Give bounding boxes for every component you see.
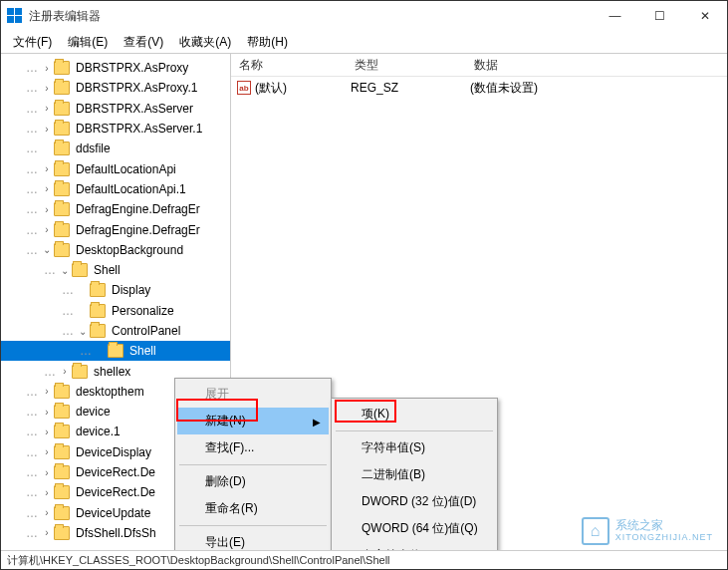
tree-item-label: device.1 [74, 425, 122, 438]
folder-icon [54, 81, 70, 95]
menu-file[interactable]: 文件(F) [5, 31, 60, 54]
menu-favorites[interactable]: 收藏夹(A) [171, 31, 239, 54]
tree-item-label: DeviceUpdate [74, 506, 152, 520]
expand-arrow-icon[interactable]: › [40, 407, 54, 418]
value-type: REG_SZ [351, 81, 470, 95]
menu-item[interactable]: 二进制值(B) [334, 461, 495, 488]
expand-arrow-icon[interactable]: › [40, 103, 54, 114]
expand-arrow-icon[interactable]: › [40, 386, 54, 397]
folder-icon [54, 223, 70, 237]
collapse-arrow-icon[interactable]: ⌄ [40, 244, 54, 255]
tree-item-label: DBRSTPRX.AsProxy [74, 61, 190, 75]
ellipsis-icon: … [80, 344, 91, 358]
ellipsis-icon: … [26, 385, 37, 399]
folder-icon [90, 304, 106, 318]
menu-item[interactable]: 字符串值(S) [334, 434, 495, 461]
close-button[interactable]: ✕ [682, 1, 727, 31]
list-header[interactable]: 名称 类型 数据 [231, 54, 727, 77]
menu-view[interactable]: 查看(V) [116, 31, 171, 54]
tree-item-label: DesktopBackground [74, 243, 185, 257]
expand-arrow-icon[interactable]: › [40, 204, 54, 215]
tree-item[interactable]: …›DBRSTPRX.AsProxy [1, 58, 230, 78]
collapse-arrow-icon[interactable]: ⌄ [58, 265, 72, 276]
value-name: (默认) [255, 80, 351, 97]
tree-item[interactable]: …›DBRSTPRX.AsProxy.1 [1, 78, 230, 98]
ellipsis-icon: … [26, 202, 37, 216]
folder-icon [108, 344, 123, 358]
ellipsis-icon: … [26, 162, 37, 176]
ellipsis-icon: … [26, 526, 37, 540]
menu-item[interactable]: 查找(F)... [177, 434, 329, 461]
value-data: (数值未设置) [470, 80, 538, 97]
ellipsis-icon: … [26, 122, 37, 136]
watermark-icon: ⌂ [582, 517, 609, 545]
expand-arrow-icon[interactable]: › [40, 63, 54, 74]
menu-item[interactable]: 重命名(R) [177, 495, 329, 522]
ellipsis-icon: … [26, 405, 37, 419]
watermark: ⌂ 系统之家 XITONGZHIJIA.NET [582, 517, 713, 545]
expand-arrow-icon[interactable]: › [40, 183, 54, 194]
tree-item[interactable]: …›DefragEngine.DefragEr [1, 219, 230, 239]
folder-icon [72, 365, 88, 379]
expand-arrow-icon[interactable]: › [40, 83, 54, 94]
app-icon [7, 8, 23, 24]
expand-arrow-icon[interactable]: › [40, 427, 54, 437]
tree-item-label: DfsShell.DfsSh [74, 526, 158, 540]
tree-item-label: DefaultLocationApi.1 [74, 182, 188, 196]
tree-item[interactable]: …›DBRSTPRX.AsServer.1 [1, 119, 230, 139]
tree-item-label: DeviceRect.De [74, 465, 157, 479]
tree-item[interactable]: …⌄ControlPanel [1, 321, 230, 341]
ellipsis-icon: … [26, 506, 37, 520]
expand-arrow-icon[interactable]: › [40, 467, 54, 478]
expand-arrow-icon[interactable]: › [40, 446, 54, 457]
folder-icon [72, 263, 88, 277]
ellipsis-icon: … [26, 102, 37, 116]
menu-item[interactable]: 新建(N)▶ [177, 408, 329, 434]
menu-item[interactable]: DWORD (32 位)值(D) [334, 488, 495, 515]
ellipsis-icon: … [26, 81, 37, 95]
tree-item[interactable]: …Personalize [1, 301, 230, 321]
folder-icon [54, 425, 70, 438]
context-menu[interactable]: 展开新建(N)▶查找(F)...删除(D)重命名(R)导出(E)权限(P)...… [174, 378, 332, 570]
folder-icon [54, 162, 70, 176]
expand-arrow-icon[interactable]: › [40, 163, 54, 174]
menu-help[interactable]: 帮助(H) [239, 31, 296, 54]
menu-item[interactable]: 删除(D) [177, 468, 329, 495]
col-data[interactable]: 数据 [466, 57, 498, 74]
col-type[interactable]: 类型 [347, 57, 466, 74]
ellipsis-icon: … [26, 445, 37, 459]
statusbar: 计算机\HKEY_CLASSES_ROOT\DesktopBackground\… [1, 550, 727, 569]
folder-icon [54, 102, 70, 116]
menu-edit[interactable]: 编辑(E) [60, 31, 116, 54]
tree-item[interactable]: …›DBRSTPRX.AsServer [1, 99, 230, 119]
menu-item[interactable]: QWORD (64 位)值(Q) [334, 515, 495, 542]
tree-item-label: DefaultLocationApi [74, 162, 178, 176]
expand-arrow-icon[interactable]: › [40, 224, 54, 235]
collapse-arrow-icon[interactable]: ⌄ [76, 326, 90, 337]
tree-item[interactable]: …›DefragEngine.DefragEr [1, 199, 230, 219]
ellipsis-icon: … [26, 142, 37, 155]
menu-item[interactable]: 项(K) [334, 401, 495, 428]
expand-arrow-icon[interactable]: › [40, 487, 54, 498]
list-row[interactable]: ab (默认) REG_SZ (数值未设置) [231, 79, 727, 97]
expand-arrow-icon[interactable]: › [40, 527, 54, 538]
expand-arrow-icon[interactable]: › [40, 507, 54, 518]
expand-arrow-icon[interactable]: › [58, 366, 72, 377]
folder-icon [54, 243, 70, 257]
col-name[interactable]: 名称 [231, 57, 347, 74]
tree-item[interactable]: …Display [1, 280, 230, 300]
menu-item: 展开 [177, 381, 329, 408]
context-submenu-new[interactable]: 项(K)字符串值(S)二进制值(B)DWORD (32 位)值(D)QWORD … [331, 398, 498, 570]
maximize-button[interactable]: ☐ [637, 1, 682, 31]
tree-item[interactable]: …Shell [1, 341, 230, 361]
ellipsis-icon: … [62, 283, 73, 297]
tree-item[interactable]: …⌄Shell [1, 260, 230, 280]
tree-item[interactable]: …›DefaultLocationApi.1 [1, 179, 230, 199]
folder-icon [54, 142, 70, 155]
expand-arrow-icon[interactable]: › [40, 124, 54, 135]
minimize-button[interactable]: — [593, 1, 637, 31]
tree-item[interactable]: …ddsfile [1, 139, 230, 158]
tree-item[interactable]: …⌄DesktopBackground [1, 240, 230, 260]
folder-icon [54, 405, 70, 419]
tree-item[interactable]: …›DefaultLocationApi [1, 158, 230, 178]
